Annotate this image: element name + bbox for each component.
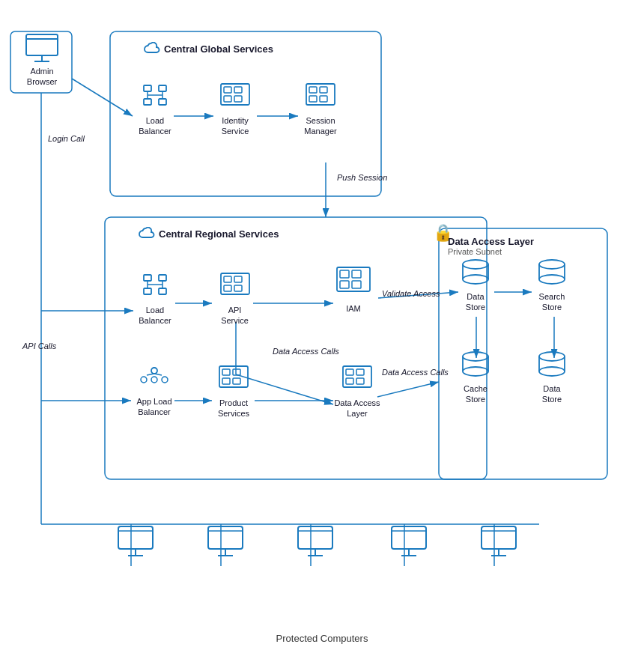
computer-3-icon	[296, 524, 335, 557]
svg-point-87	[463, 260, 488, 269]
svg-rect-57	[159, 288, 166, 294]
app-load-balancer-node: App Load Balancer	[124, 363, 185, 418]
data-access-layer-subtitle: Private Subnet	[448, 247, 534, 256]
svg-rect-51	[320, 87, 327, 93]
identity-service-label: Identity Service	[222, 115, 249, 137]
load-balancer-global-node: Load Balancer	[129, 82, 181, 137]
svg-line-72	[147, 374, 154, 375]
svg-rect-52	[309, 96, 317, 102]
svg-point-95	[463, 352, 488, 361]
api-calls-label: API Calls	[22, 341, 56, 351]
svg-rect-85	[346, 378, 353, 384]
global-services-header: Central Global Services	[144, 42, 273, 55]
svg-point-71	[151, 368, 157, 374]
computer-4-icon	[389, 524, 428, 557]
svg-rect-33	[26, 34, 58, 55]
load-balancer-global-icon	[138, 82, 172, 112]
svg-point-76	[162, 377, 168, 383]
computer-4	[386, 524, 432, 557]
data-store-bottom-icon	[535, 350, 569, 380]
iam-label: IAM	[346, 303, 361, 314]
svg-rect-45	[224, 87, 231, 93]
session-manager-node: Session Manager	[294, 82, 347, 137]
computer-2-icon	[206, 524, 245, 557]
svg-point-94	[539, 275, 565, 284]
cloud-icon-regional	[139, 227, 155, 240]
svg-point-75	[151, 377, 157, 383]
iam-node: IAM	[326, 266, 380, 314]
api-service-node: API Service	[210, 272, 259, 326]
diagram: Admin Browser Login Call Central Global …	[0, 0, 644, 650]
computer-1	[112, 524, 159, 557]
svg-point-91	[539, 260, 565, 269]
svg-point-74	[141, 377, 147, 383]
load-balancer-regional-label: Load Balancer	[139, 305, 171, 326]
svg-line-6	[72, 79, 133, 116]
computer-3	[292, 524, 338, 557]
regional-services-header: Central Regional Services	[139, 227, 279, 240]
svg-rect-69	[340, 281, 349, 288]
data-store-bottom-node: Data Store	[529, 350, 575, 405]
data-access-layer-icon	[340, 365, 374, 395]
data-access-calls-right-label: Data Access Calls	[382, 367, 449, 377]
svg-rect-62	[224, 276, 231, 282]
push-session-label: Push Session	[337, 172, 387, 183]
load-balancer-regional-node: Load Balancer	[128, 272, 182, 326]
svg-rect-67	[340, 270, 349, 278]
global-services-title: Central Global Services	[164, 43, 273, 55]
svg-rect-83	[346, 369, 353, 375]
session-manager-label: Session Manager	[304, 115, 336, 137]
search-store-node: Search Store	[529, 258, 575, 313]
api-service-icon	[218, 272, 252, 302]
svg-point-102	[539, 367, 565, 376]
api-service-label: API Service	[221, 305, 249, 326]
svg-rect-56	[144, 288, 151, 294]
data-access-calls-left-label: Data Access Calls	[273, 346, 339, 356]
data-store-bottom-label: Data Store	[542, 383, 562, 405]
svg-rect-54	[144, 275, 151, 281]
admin-browser-icon	[25, 33, 59, 63]
svg-rect-65	[234, 285, 242, 291]
admin-browser-node: Admin Browser	[12, 33, 72, 88]
cloud-icon-global	[144, 42, 160, 55]
svg-rect-47	[224, 96, 231, 102]
protected-computers-label: Protected Computers	[225, 633, 419, 644]
svg-rect-107	[208, 526, 243, 549]
data-store-top-node: Data Store	[452, 258, 499, 313]
cache-store-icon	[458, 350, 493, 380]
app-load-balancer-icon	[137, 363, 171, 393]
svg-rect-84	[356, 369, 364, 375]
computer-5	[476, 524, 522, 557]
svg-rect-70	[352, 281, 361, 288]
regional-services-title: Central Regional Services	[159, 228, 279, 240]
svg-rect-50	[309, 87, 317, 93]
validate-access-label: Validate Access	[382, 288, 440, 299]
data-store-top-icon	[458, 258, 493, 288]
svg-rect-103	[118, 526, 153, 549]
product-services-label: Product Services	[218, 398, 249, 419]
computer-2	[202, 524, 249, 557]
svg-rect-55	[159, 275, 166, 281]
computer-5-icon	[479, 524, 518, 557]
cache-store-node: Cache Store	[452, 350, 499, 405]
svg-rect-48	[234, 96, 242, 102]
computer-1-icon	[116, 524, 155, 557]
svg-point-99	[539, 352, 565, 361]
data-access-layer-label: Data Access Layer	[334, 398, 380, 419]
svg-line-73	[154, 374, 162, 375]
load-balancer-regional-icon	[138, 272, 172, 302]
svg-point-98	[463, 367, 488, 376]
iam-icon	[334, 266, 373, 300]
svg-rect-63	[234, 276, 242, 282]
svg-rect-39	[144, 99, 151, 105]
svg-rect-119	[482, 526, 516, 549]
cache-store-label: Cache Store	[464, 383, 487, 405]
svg-rect-46	[234, 87, 242, 93]
svg-rect-115	[392, 526, 426, 549]
search-store-icon	[535, 258, 569, 288]
search-store-label: Search Store	[539, 291, 565, 313]
identity-service-node: Identity Service	[208, 82, 262, 137]
svg-rect-111	[298, 526, 332, 549]
data-access-layer-header: Data Access Layer Private Subnet	[448, 236, 534, 256]
svg-rect-40	[159, 99, 166, 105]
